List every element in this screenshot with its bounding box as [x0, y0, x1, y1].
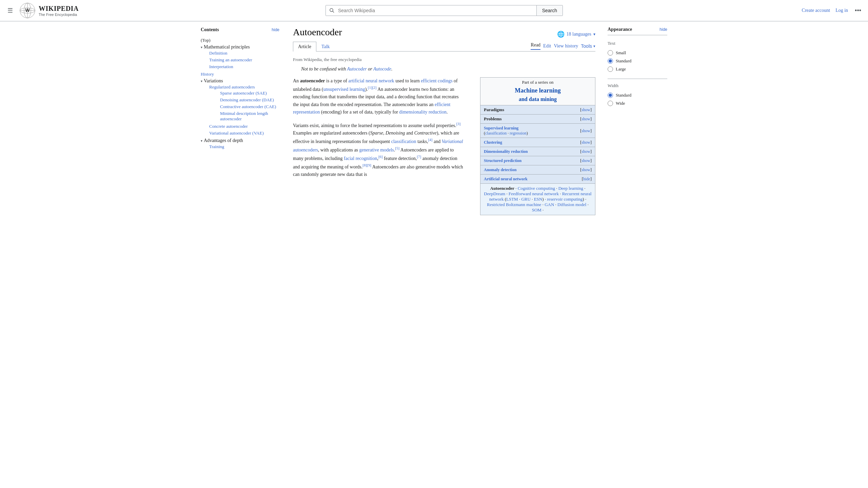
infobox-series-label: Part of a series on	[480, 78, 595, 86]
infobox-show-link-structured[interactable]: show	[581, 158, 590, 163]
menu-toggle-button[interactable]: ☰	[5, 5, 15, 16]
cite-1[interactable]: [1]	[368, 85, 372, 90]
search-box: Search	[326, 5, 563, 16]
link-efficient-codings[interactable]: efficient codings	[421, 78, 452, 83]
toc-link-training[interactable]: Training an autoencoder	[209, 57, 252, 62]
toc-link-training2[interactable]: Training	[209, 144, 224, 149]
cite-7[interactable]: [7]	[417, 155, 421, 159]
link-unsupervised-learning[interactable]: unsupervised learning	[323, 87, 365, 92]
tab-talk[interactable]: Talk	[316, 42, 335, 52]
wikipedia-wordmark: WIKIPEDIA	[39, 5, 79, 13]
action-view-history[interactable]: View history	[554, 43, 578, 49]
toc-link-variational[interactable]: Variational autoencoder (VAE)	[209, 130, 264, 136]
infobox-show-link-clustering[interactable]: show	[581, 140, 590, 145]
search-input[interactable]	[326, 5, 536, 16]
toc-link-regularized[interactable]: Regularized autoencoders	[209, 84, 255, 89]
cite-4[interactable]: [4]	[428, 138, 433, 142]
text-size-small-option[interactable]: Small	[608, 49, 667, 57]
infobox-link-supervised[interactable]: Supervised learning	[484, 126, 518, 130]
toc-toggle-variations[interactable]: ▾	[201, 79, 202, 83]
infobox-link-feedforward[interactable]: Feedforward neural network	[509, 191, 559, 196]
width-wide-option[interactable]: Wide	[608, 99, 667, 107]
toc-link-definition[interactable]: Definition	[209, 50, 227, 56]
infobox-link-regression[interactable]: regression	[510, 131, 526, 136]
text-size-standard-option[interactable]: Standard	[608, 57, 667, 65]
hatnote-link-autocoder[interactable]: Autocoder	[347, 66, 367, 72]
cite-6[interactable]: [6]	[378, 155, 383, 159]
infobox-link-ann[interactable]: Artificial neural network	[484, 177, 528, 181]
infobox-label-structured: Structured prediction	[484, 158, 521, 163]
create-account-link[interactable]: Create account	[802, 8, 830, 13]
infobox-link-lstm[interactable]: LSTM	[506, 197, 518, 202]
link-generative-models[interactable]: generative models	[359, 147, 394, 152]
appearance-hide-button[interactable]: hide	[659, 27, 667, 32]
cite-5[interactable]: [5]	[395, 146, 399, 150]
toc-link-concrete[interactable]: Concrete autoencoder	[209, 124, 248, 129]
action-read[interactable]: Read	[531, 42, 540, 50]
logo-link[interactable]: W WIKIPEDIA The Free Encyclopedia	[19, 2, 79, 19]
width-wide-radio[interactable]	[608, 101, 613, 106]
infobox-link-reservoir[interactable]: reservoir computing	[547, 197, 583, 202]
appearance-width-label: Width	[608, 83, 667, 88]
infobox-link-anomaly[interactable]: Anomaly detection	[484, 167, 516, 172]
toc-toggle-mathematical-principles[interactable]: ▾	[201, 45, 202, 49]
action-edit[interactable]: Edit	[543, 43, 551, 49]
cite-9[interactable]: [9]	[367, 163, 371, 167]
toc-item-top: (Top)	[201, 37, 281, 44]
infobox-show-link-dimensionality[interactable]: show	[581, 149, 590, 154]
tools-button[interactable]: Tools ▾	[581, 43, 595, 49]
search-button[interactable]: Search	[536, 5, 563, 16]
toc-link-top[interactable]: (Top)	[201, 38, 211, 43]
infobox-link-gan[interactable]: GAN	[545, 202, 554, 207]
more-options-button[interactable]: •••	[853, 6, 863, 16]
cite-8[interactable]: [8]	[362, 163, 367, 167]
cite-3[interactable]: [3]	[456, 122, 461, 126]
toc-link-advantages[interactable]: Advantages of depth	[204, 138, 243, 143]
toc-link-history[interactable]: History	[201, 72, 214, 77]
toc-link-contractive[interactable]: Contractive autoencoder (CAE)	[220, 104, 276, 109]
infobox-link-deepdream[interactable]: DeepDream	[484, 191, 505, 196]
languages-count[interactable]: 18 languages	[567, 32, 591, 37]
infobox-link-diffusion[interactable]: Diffusion model	[557, 202, 586, 207]
toc-link-sparse[interactable]: Sparse autoencoder (SAE)	[220, 90, 267, 96]
text-size-small-radio[interactable]	[608, 50, 613, 56]
log-in-link[interactable]: Log in	[835, 8, 848, 13]
link-artificial-neural-network[interactable]: artificial neural network	[348, 78, 394, 83]
infobox-show-link-paradigms[interactable]: show	[581, 107, 590, 112]
link-classification[interactable]: classification	[391, 139, 416, 144]
infobox-hide-link-ann[interactable]: hide	[583, 177, 590, 181]
link-dimensionality-reduction[interactable]: dimensionality reduction	[399, 109, 447, 115]
infobox-link-classification[interactable]: classification	[485, 131, 507, 136]
toc-link-denoising[interactable]: Denoising autoencoder (DAE)	[220, 97, 274, 102]
text-size-large-option[interactable]: Large	[608, 65, 667, 73]
text-size-large-radio[interactable]	[608, 66, 613, 72]
toc-link-minimal[interactable]: Minimal description length autoencoder	[220, 111, 268, 121]
cite-2[interactable]: [2]	[372, 85, 377, 90]
toc-hide-button[interactable]: hide	[270, 27, 281, 33]
width-standard-option[interactable]: Standard	[608, 91, 667, 99]
infobox-show-link-problems[interactable]: show	[581, 117, 590, 121]
width-standard-radio[interactable]	[608, 93, 613, 98]
wikipedia-tagline: The Free Encyclopedia	[39, 13, 79, 17]
languages-button[interactable]: 🌐 18 languages ▾	[557, 30, 595, 38]
toc-link-variations[interactable]: Variations	[204, 78, 223, 83]
link-facial-recognition[interactable]: facial recognition	[344, 156, 377, 161]
infobox-link-clustering[interactable]: Clustering	[484, 140, 502, 145]
infobox-link-dimensionality[interactable]: Dimensionality reduction	[484, 149, 528, 154]
infobox-link-esn[interactable]: ESN	[534, 197, 542, 202]
infobox-link-rbm[interactable]: Restricted Boltzmann machine	[487, 202, 541, 207]
infobox-show-link-anomaly[interactable]: show	[581, 167, 590, 172]
toc-link-interpretation[interactable]: Interpretation	[209, 64, 233, 69]
infobox-link-gru[interactable]: GRU	[521, 197, 530, 202]
text-size-standard-radio[interactable]	[608, 58, 613, 64]
infobox-link-structured[interactable]: Structured prediction	[484, 158, 521, 163]
article-header: Autoencoder 🌐 18 languages ▾ Article Tal…	[293, 27, 595, 52]
tab-article[interactable]: Article	[293, 42, 316, 52]
toc-link-mathematical-principles[interactable]: Mathematical principles	[204, 44, 250, 49]
toc-toggle-advantages[interactable]: ▾	[201, 139, 202, 143]
hatnote-link-autocode[interactable]: Autocode	[373, 66, 391, 72]
infobox-link-deep-learning[interactable]: Deep learning	[558, 186, 583, 191]
infobox-link-cognitive[interactable]: Cognitive computing	[518, 186, 555, 191]
infobox-link-som[interactable]: SOM	[532, 207, 541, 212]
infobox-show-link-supervised[interactable]: show	[581, 128, 590, 133]
